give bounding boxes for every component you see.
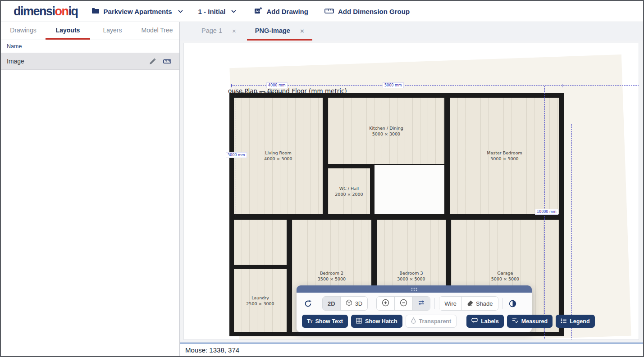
legend-button[interactable]: Legend [556, 315, 594, 328]
mouse-coordinates: Mouse: 1338, 374 [185, 346, 239, 354]
ruler-icon[interactable] [163, 59, 171, 64]
zoom-group [376, 296, 430, 311]
pencil-icon[interactable] [149, 58, 156, 65]
view-3d-label: 3D [355, 300, 363, 307]
chevron-down-icon [231, 10, 236, 13]
room-living: Living Room 4000 × 5000 [234, 98, 323, 214]
label-bubble-icon [471, 318, 478, 325]
shade-button[interactable]: Shade [461, 297, 498, 310]
tab-png-image-label: PNG-Image [255, 27, 290, 34]
layout-row-label: Image [7, 58, 142, 65]
droplet-icon [411, 317, 416, 325]
revision-name: 1 - Initial [198, 8, 226, 15]
app-header: dimensioniq Parkview Apartments 1 - Init… [1, 1, 643, 22]
dimension-label-left: 5000 mm [226, 152, 247, 158]
toolbar-row-toggles: TT Show Text Show Hatch Transparent [302, 315, 526, 328]
shade-label: Shade [476, 300, 493, 307]
render-mode-group: Wire Shade [439, 296, 498, 311]
view-3d-button[interactable]: 3D [340, 297, 368, 310]
tab-layers[interactable]: Layers [90, 22, 135, 40]
show-text-button[interactable]: TT Show Text [302, 315, 348, 328]
contrast-icon[interactable] [507, 298, 519, 309]
room-wc-hall: WC / Hall 2000 × 2000 [328, 168, 370, 214]
dimension-label-top-left: 4000 mm [266, 82, 288, 88]
legend-list-icon [561, 318, 566, 325]
view-2d-label: 2D [328, 300, 335, 307]
show-hatch-button[interactable]: Show Hatch [351, 315, 402, 328]
plan-title: ouse Plan — Ground Floor (mm metric) [228, 87, 347, 95]
app-window: dimensioniq Parkview Apartments 1 - Init… [0, 0, 644, 357]
left-sidebar: Drawings Layouts Layers Model Tree Name … [1, 22, 180, 356]
toolbar-body: 2D 3D [297, 293, 532, 332]
zoom-in-button[interactable] [377, 297, 394, 310]
dimension-line-far-right [571, 124, 572, 340]
transparent-button[interactable]: Transparent [406, 315, 457, 328]
logo-part-1: dimensi [14, 5, 55, 18]
dimension-label-right: 10000 mm [535, 209, 558, 215]
measured-label: Measured [521, 318, 548, 325]
fit-swap-button[interactable] [412, 297, 430, 310]
column-header-name: Name [1, 40, 179, 53]
tab-drawings[interactable]: Drawings [1, 22, 46, 40]
show-text-label: Show Text [315, 318, 343, 325]
room-kitchen: Kitchen / Dining 5000 × 3000 [328, 98, 444, 164]
room-unlabeled-white [375, 165, 444, 214]
dimension-line-left [236, 86, 236, 217]
main-area: Page 1 × PNG-Image × All dimensions in m… [180, 22, 643, 356]
tab-layouts[interactable]: Layouts [46, 22, 90, 40]
tab-page-1-label: Page 1 [201, 27, 222, 34]
revision-selector[interactable]: 1 - Initial [198, 8, 237, 15]
rotate-icon[interactable] [302, 298, 314, 309]
swap-arrows-icon [418, 300, 425, 307]
zoom-out-icon [400, 299, 407, 308]
room-laundry: Laundry 2500 × 3000 [234, 269, 287, 332]
text-style-icon: TT [307, 318, 312, 325]
measured-check-icon [512, 318, 518, 325]
drawing-viewer[interactable]: All dimensions in millimetres ouse Plan … [180, 41, 643, 343]
legend-label: Legend [570, 318, 589, 325]
zoom-out-button[interactable] [394, 297, 412, 310]
add-dimension-group-label: Add Dimension Group [338, 8, 410, 15]
add-dimension-group-button[interactable]: Add Dimension Group [324, 8, 410, 15]
labels-button[interactable]: Labels [466, 315, 504, 328]
labels-label: Labels [481, 318, 499, 325]
show-hatch-label: Show Hatch [365, 318, 397, 325]
dimension-line-top [231, 85, 639, 86]
toolbar-drag-handle[interactable] [297, 285, 532, 293]
tab-png-image[interactable]: PNG-Image × [247, 22, 312, 41]
logo-part-2: on [55, 5, 69, 18]
room-master-bedroom: Master Bedroom 5000 × 5000 [450, 98, 559, 214]
view-mode-group: 2D 3D [322, 296, 368, 311]
tab-page-1[interactable]: Page 1 × [193, 22, 244, 41]
room-unlabeled-left [234, 220, 287, 265]
view-toolbar: 2D 3D [297, 285, 532, 332]
layout-row-image[interactable]: Image [1, 53, 179, 70]
measured-button[interactable]: Measured [507, 315, 553, 328]
toolbar-row-view: 2D 3D [302, 296, 526, 311]
tab-model-tree[interactable]: Model Tree [135, 22, 179, 40]
add-image-icon [254, 7, 262, 16]
add-drawing-button[interactable]: Add Drawing [254, 7, 308, 16]
document-tab-bar: Page 1 × PNG-Image × [180, 22, 643, 41]
logo-part-3: iq [69, 5, 78, 18]
project-name: Parkview Apartments [104, 8, 172, 15]
cube-3d-icon [346, 299, 352, 307]
drawing-page: All dimensions in millimetres ouse Plan … [183, 43, 639, 340]
zoom-in-icon [382, 299, 389, 308]
transparent-label: Transparent [419, 318, 452, 325]
wire-label: Wire [444, 300, 457, 307]
close-icon[interactable]: × [232, 27, 236, 35]
dimension-label-top-right: 5000 mm [383, 82, 404, 88]
add-drawing-label: Add Drawing [266, 8, 308, 15]
drag-handle-icon [411, 285, 417, 293]
sidebar-tabs: Drawings Layouts Layers Model Tree [1, 22, 179, 40]
close-icon[interactable]: × [300, 27, 304, 35]
hatch-grid-icon [356, 318, 362, 325]
ruler-icon [324, 8, 334, 15]
folder-icon [91, 8, 100, 15]
view-2d-button[interactable]: 2D [323, 297, 340, 310]
wire-button[interactable]: Wire [439, 297, 461, 310]
shade-icon [467, 300, 473, 307]
project-selector[interactable]: Parkview Apartments [91, 8, 183, 15]
chevron-down-icon [178, 10, 183, 13]
